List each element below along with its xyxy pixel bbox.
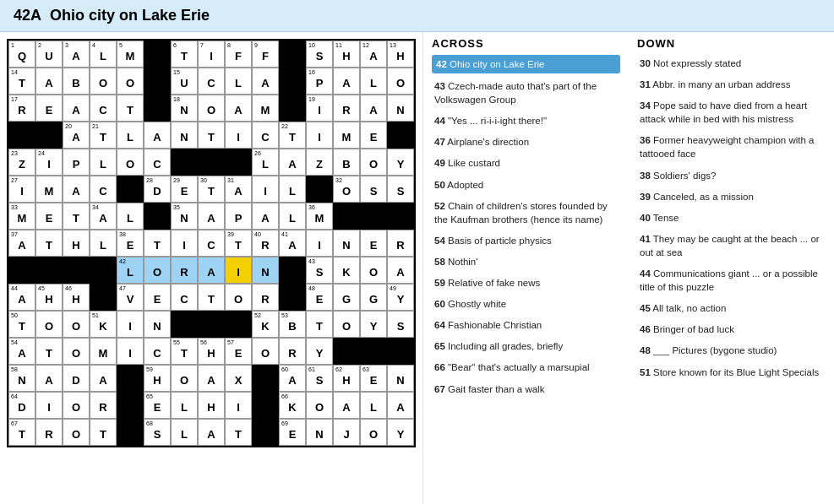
cell-r2-c12[interactable]: R xyxy=(333,95,360,122)
cell-r1-c2[interactable]: B xyxy=(63,68,90,95)
cell-r12-c13[interactable]: 63E xyxy=(360,365,387,392)
cell-r3-c6[interactable]: N xyxy=(171,122,198,149)
cell-r9-c0[interactable]: 44A xyxy=(8,284,35,311)
cell-r9-c2[interactable]: 46H xyxy=(63,284,90,311)
cell-r11-c2[interactable]: O xyxy=(63,338,90,365)
cell-r1-c4[interactable]: O xyxy=(117,68,144,95)
down-clue-38[interactable]: 38 Soldiers' digs? xyxy=(637,167,826,184)
cell-r5-c7[interactable]: 30T xyxy=(198,176,225,203)
down-clue-41[interactable]: 41 They may be caught at the beach ... o… xyxy=(637,230,826,261)
cell-r3-c8[interactable]: I xyxy=(225,122,252,149)
cell-r1-c6[interactable]: 15U xyxy=(171,68,198,95)
across-clue-52[interactable]: 52 Chain of children's stores founded by… xyxy=(432,198,620,228)
cell-r5-c0[interactable]: 27I xyxy=(8,176,35,203)
down-clue-36[interactable]: 36 Former heavyweight champion with a ta… xyxy=(637,132,826,162)
cell-r10-c2[interactable]: O xyxy=(63,311,90,338)
cell-r3-c11[interactable]: I xyxy=(306,122,333,149)
cell-r12-c10[interactable]: 60A xyxy=(279,365,306,392)
cell-r5-c3[interactable]: C xyxy=(90,176,117,203)
cell-r10-c12[interactable]: O xyxy=(333,311,360,338)
cell-r1-c7[interactable]: C xyxy=(198,68,225,95)
cell-r2-c13[interactable]: A xyxy=(360,95,387,122)
cell-r5-c14[interactable]: S xyxy=(387,176,414,203)
cell-r14-c5[interactable]: 68S xyxy=(144,419,171,446)
cell-r1-c12[interactable]: A xyxy=(333,68,360,95)
cell-r11-c10[interactable]: R xyxy=(279,338,306,365)
cell-r0-c0[interactable]: 1Q xyxy=(8,41,35,68)
cell-r10-c14[interactable]: S xyxy=(387,311,414,338)
cell-r9-c14[interactable]: 49Y xyxy=(387,284,414,311)
cell-r6-c11[interactable]: 36M xyxy=(306,203,333,230)
cell-r8-c14[interactable]: A xyxy=(387,257,414,284)
cell-r0-c6[interactable]: 6T xyxy=(171,41,198,68)
cell-r5-c13[interactable]: S xyxy=(360,176,387,203)
cell-r14-c7[interactable]: A xyxy=(198,419,225,446)
cell-r12-c2[interactable]: D xyxy=(63,365,90,392)
cell-r9-c6[interactable]: C xyxy=(171,284,198,311)
cell-r3-c10[interactable]: 22T xyxy=(279,122,306,149)
cell-r0-c1[interactable]: 2U xyxy=(35,41,63,68)
cell-r14-c14[interactable]: Y xyxy=(387,419,414,446)
cell-r4-c11[interactable]: Z xyxy=(306,149,333,176)
cell-r7-c3[interactable]: L xyxy=(90,230,117,257)
cell-r1-c3[interactable]: O xyxy=(90,68,117,95)
across-clue-50[interactable]: 50 Adopted xyxy=(432,176,620,193)
cell-r7-c5[interactable]: T xyxy=(144,230,171,257)
cell-r5-c2[interactable]: A xyxy=(63,176,90,203)
cell-r14-c3[interactable]: T xyxy=(90,419,117,446)
cell-r2-c3[interactable]: C xyxy=(90,95,117,122)
across-clue-49[interactable]: 49 Like custard xyxy=(432,154,620,171)
cell-r3-c2[interactable]: 20A xyxy=(63,122,90,149)
cell-r6-c7[interactable]: A xyxy=(198,203,225,230)
cell-r2-c0[interactable]: 17R xyxy=(8,95,35,122)
cell-r4-c10[interactable]: A xyxy=(279,149,306,176)
crossword-grid[interactable]: 1Q2U3A4L5M6T7I8F9F10S11H12A13H14TABOO15U… xyxy=(7,39,416,447)
cell-r11-c4[interactable]: I xyxy=(117,338,144,365)
cell-r12-c11[interactable]: 61S xyxy=(306,365,333,392)
cell-r1-c13[interactable]: L xyxy=(360,68,387,95)
cell-r4-c2[interactable]: P xyxy=(63,149,90,176)
down-clue-44[interactable]: 44 Communications giant ... or a possibl… xyxy=(637,265,826,295)
cell-r3-c4[interactable]: L xyxy=(117,122,144,149)
cell-r8-c7[interactable]: A xyxy=(198,257,225,284)
cell-r9-c11[interactable]: 48E xyxy=(306,284,333,311)
cell-r9-c4[interactable]: 47V xyxy=(117,284,144,311)
cell-r14-c12[interactable]: J xyxy=(333,419,360,446)
cell-r12-c3[interactable]: A xyxy=(90,365,117,392)
down-clue-34[interactable]: 34 Pope said to have died from a heart a… xyxy=(637,97,826,127)
down-clue-48[interactable]: 48 ___ Pictures (bygone studio) xyxy=(637,342,826,359)
cell-r9-c8[interactable]: O xyxy=(225,284,252,311)
cell-r5-c6[interactable]: 29E xyxy=(171,176,198,203)
cell-r10-c13[interactable]: Y xyxy=(360,311,387,338)
cell-r4-c9[interactable]: 26L xyxy=(252,149,279,176)
cell-r0-c8[interactable]: 8F xyxy=(225,41,252,68)
cell-r11-c6[interactable]: 55T xyxy=(171,338,198,365)
cell-r11-c5[interactable]: C xyxy=(144,338,171,365)
cell-r1-c9[interactable]: A xyxy=(252,68,279,95)
cell-r8-c12[interactable]: K xyxy=(333,257,360,284)
cell-r14-c0[interactable]: 67T xyxy=(8,419,35,446)
cell-r12-c14[interactable]: N xyxy=(387,365,414,392)
down-clue-40[interactable]: 40 Tense xyxy=(637,209,826,226)
cell-r0-c12[interactable]: 11H xyxy=(333,41,360,68)
cell-r13-c2[interactable]: O xyxy=(63,392,90,419)
cell-r4-c12[interactable]: B xyxy=(333,149,360,176)
across-clue-66[interactable]: 66 "Bear" that's actually a marsupial xyxy=(432,359,620,376)
cell-r9-c12[interactable]: G xyxy=(333,284,360,311)
cell-r11-c3[interactable]: M xyxy=(90,338,117,365)
across-clue-42[interactable]: 42 Ohio city on Lake Erie xyxy=(432,55,620,73)
across-clue-47[interactable]: 47 Airplane's direction xyxy=(432,133,620,150)
cell-r12-c8[interactable]: X xyxy=(225,365,252,392)
cell-r8-c9[interactable]: N xyxy=(252,257,279,284)
cell-r10-c3[interactable]: 51K xyxy=(90,311,117,338)
cell-r12-c12[interactable]: 62H xyxy=(333,365,360,392)
cell-r12-c5[interactable]: 59H xyxy=(144,365,171,392)
cell-r4-c14[interactable]: Y xyxy=(387,149,414,176)
across-clue-60[interactable]: 60 Ghostly white xyxy=(432,295,620,312)
cell-r8-c6[interactable]: R xyxy=(171,257,198,284)
down-clue-30[interactable]: 30 Not expressly stated xyxy=(637,55,826,72)
cell-r2-c9[interactable]: M xyxy=(252,95,279,122)
cell-r7-c8[interactable]: 39T xyxy=(225,230,252,257)
cell-r2-c14[interactable]: N xyxy=(387,95,414,122)
cell-r3-c9[interactable]: C xyxy=(252,122,279,149)
